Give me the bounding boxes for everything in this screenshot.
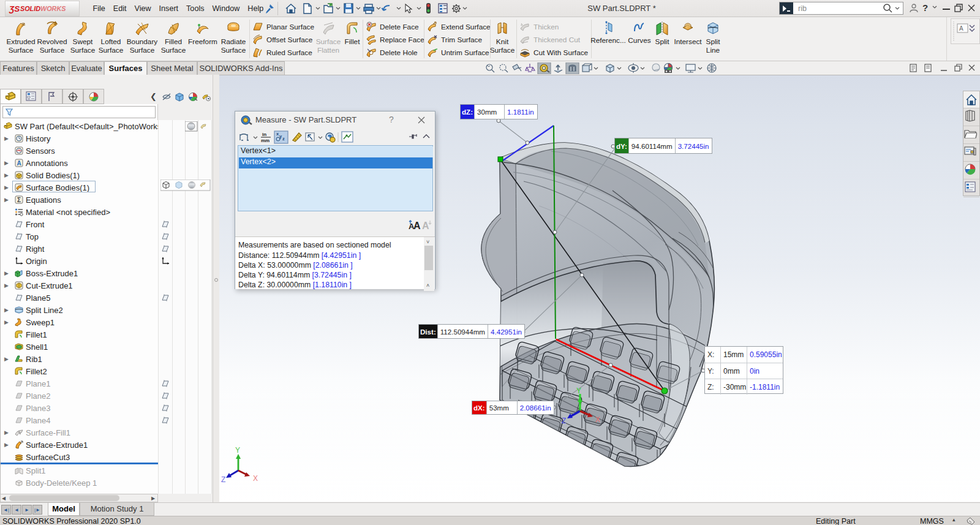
svg-text:z: z [282, 136, 285, 142]
svg-text:Z: Z [221, 475, 225, 484]
svg-text:A: A [959, 25, 963, 32]
svg-text:mm: mm [261, 138, 270, 143]
svg-text:Z: Z [562, 417, 566, 425]
svg-text:X: X [595, 415, 600, 424]
svg-text:Y: Y [235, 446, 240, 455]
svg-text:SOLIDWORKS: SOLIDWORKS [20, 5, 66, 12]
svg-text:A: A [413, 221, 421, 231]
svg-text:Y: Y [576, 387, 581, 395]
svg-text:X: X [253, 474, 258, 483]
svg-text:ƷS: ƷS [9, 4, 20, 13]
svg-text:A: A [422, 221, 429, 231]
svg-text:in: in [262, 132, 266, 137]
